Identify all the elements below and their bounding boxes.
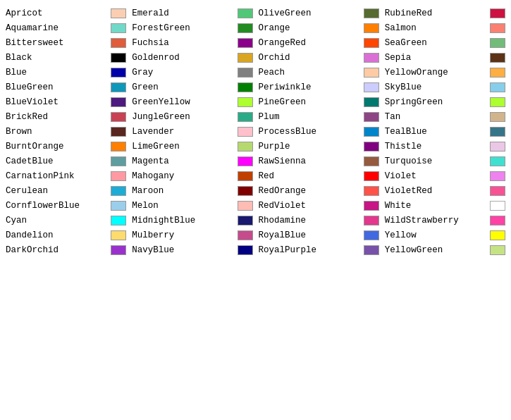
color-swatch bbox=[238, 127, 253, 137]
color-swatch bbox=[364, 8, 379, 18]
color-swatch bbox=[490, 142, 505, 152]
color-label: BlueGreen bbox=[6, 82, 108, 92]
color-label: BrickRed bbox=[6, 112, 108, 122]
color-swatch bbox=[364, 23, 379, 33]
list-item: JungleGreen bbox=[129, 109, 255, 124]
list-item: Dandelion bbox=[3, 228, 129, 242]
color-label: WildStrawberry bbox=[385, 216, 487, 226]
list-item: Fuchsia bbox=[129, 35, 255, 50]
color-label: SeaGreen bbox=[385, 38, 487, 48]
list-item: RawSienna bbox=[256, 154, 382, 168]
list-item: BlueViolet bbox=[3, 94, 129, 109]
color-label: LimeGreen bbox=[132, 142, 234, 152]
list-item: OliveGreen bbox=[256, 6, 382, 20]
list-item: OrangeRed bbox=[256, 35, 382, 50]
color-label: MidnightBlue bbox=[132, 216, 234, 226]
list-item: BrickRed bbox=[3, 109, 129, 124]
list-item: Red bbox=[256, 168, 382, 183]
color-label: Dandelion bbox=[6, 230, 108, 240]
color-swatch bbox=[364, 230, 379, 240]
list-item: SeaGreen bbox=[382, 35, 508, 50]
color-label: Salmon bbox=[385, 23, 487, 33]
color-label: NavyBlue bbox=[132, 245, 234, 255]
color-label: Violet bbox=[385, 171, 487, 181]
color-swatch bbox=[490, 38, 505, 48]
color-swatch bbox=[364, 127, 379, 137]
color-swatch bbox=[238, 171, 253, 181]
color-swatch bbox=[238, 245, 253, 255]
list-item: Brown bbox=[3, 124, 129, 139]
color-swatch bbox=[364, 38, 379, 48]
list-item: Goldenrod bbox=[129, 50, 255, 65]
list-item: Maroon bbox=[129, 183, 255, 198]
list-item: Aquamarine bbox=[3, 20, 129, 35]
list-item: Thistle bbox=[382, 139, 508, 154]
list-item: GreenYellow bbox=[129, 94, 255, 109]
list-item: WildStrawberry bbox=[382, 213, 508, 228]
column-0: ApricotAquamarineBittersweetBlackBlueBlu… bbox=[3, 6, 129, 257]
color-swatch bbox=[238, 216, 253, 226]
color-label: PineGreen bbox=[259, 97, 361, 107]
color-label: BlueViolet bbox=[6, 97, 108, 107]
color-label: Blue bbox=[6, 68, 108, 78]
color-label: Yellow bbox=[385, 230, 487, 240]
color-label: Magenta bbox=[132, 156, 234, 166]
list-item: Blue bbox=[3, 65, 129, 80]
color-label: Bittersweet bbox=[6, 38, 108, 48]
list-item: Rhodamine bbox=[256, 213, 382, 228]
color-label: Purple bbox=[259, 142, 361, 152]
color-label: Mulberry bbox=[132, 230, 234, 240]
color-swatch bbox=[238, 186, 253, 196]
color-swatch bbox=[238, 230, 253, 240]
color-swatch bbox=[490, 186, 505, 196]
color-label: Melon bbox=[132, 201, 234, 211]
list-item: ForestGreen bbox=[129, 20, 255, 35]
color-swatch bbox=[364, 68, 379, 78]
color-swatch bbox=[111, 245, 126, 255]
color-swatch bbox=[364, 216, 379, 226]
column-2: OliveGreenOrangeOrangeRedOrchidPeachPeri… bbox=[256, 6, 382, 257]
column-1: EmeraldForestGreenFuchsiaGoldenrodGrayGr… bbox=[129, 6, 255, 257]
color-label: Peach bbox=[259, 68, 361, 78]
color-swatch bbox=[238, 53, 253, 63]
color-label: TealBlue bbox=[385, 127, 487, 137]
list-item: Mahogany bbox=[129, 168, 255, 183]
color-label: Orange bbox=[259, 23, 361, 33]
color-label: ProcessBlue bbox=[259, 127, 361, 137]
color-label: CadetBlue bbox=[6, 156, 108, 166]
list-item: PineGreen bbox=[256, 94, 382, 109]
list-item: NavyBlue bbox=[129, 242, 255, 257]
color-label: Cyan bbox=[6, 216, 108, 226]
color-swatch bbox=[490, 97, 505, 107]
color-swatch bbox=[364, 97, 379, 107]
color-label: Gray bbox=[132, 68, 234, 78]
color-swatch bbox=[238, 68, 253, 78]
list-item: LimeGreen bbox=[129, 139, 255, 154]
color-swatch bbox=[111, 142, 126, 152]
color-swatch bbox=[490, 68, 505, 78]
color-label: Orchid bbox=[259, 53, 361, 63]
color-swatch bbox=[111, 127, 126, 137]
color-swatch bbox=[364, 142, 379, 152]
color-swatch bbox=[490, 112, 505, 122]
color-swatch bbox=[111, 216, 126, 226]
color-swatch bbox=[238, 23, 253, 33]
color-swatch bbox=[111, 82, 126, 92]
color-label: Periwinkle bbox=[259, 82, 361, 92]
color-swatch bbox=[364, 112, 379, 122]
color-label: RoyalBlue bbox=[259, 230, 361, 240]
color-swatch bbox=[364, 245, 379, 255]
color-grid: ApricotAquamarineBittersweetBlackBlueBlu… bbox=[0, 0, 511, 263]
color-swatch bbox=[490, 82, 505, 92]
color-swatch bbox=[364, 171, 379, 181]
list-item: SkyBlue bbox=[382, 80, 508, 94]
list-item: CadetBlue bbox=[3, 154, 129, 168]
color-swatch bbox=[238, 38, 253, 48]
list-item: BlueGreen bbox=[3, 80, 129, 94]
color-swatch bbox=[364, 156, 379, 166]
color-swatch bbox=[490, 127, 505, 137]
color-label: Sepia bbox=[385, 53, 487, 63]
list-item: Black bbox=[3, 50, 129, 65]
list-item: Orchid bbox=[256, 50, 382, 65]
list-item: Mulberry bbox=[129, 228, 255, 242]
